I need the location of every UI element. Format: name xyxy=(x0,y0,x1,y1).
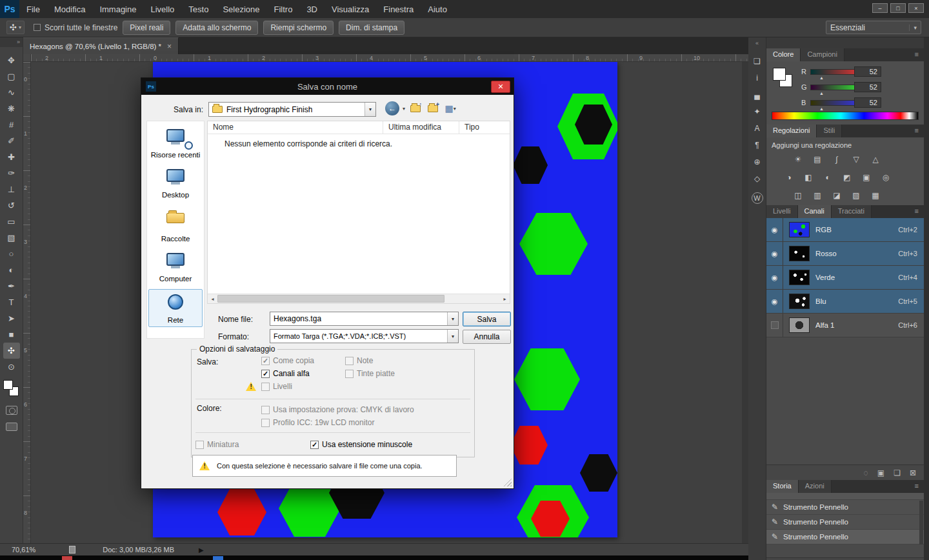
slider-handle-icon[interactable]: ▲ xyxy=(819,106,824,111)
tab-stili[interactable]: Stili xyxy=(817,125,842,137)
character-panel-icon[interactable]: A xyxy=(750,121,764,135)
clone-stamp-tool[interactable]: ⊥ xyxy=(3,181,20,197)
scroll-left-icon[interactable]: ◂ xyxy=(208,294,217,303)
slider-handle-icon[interactable]: ▲ xyxy=(819,91,824,95)
profilo-icc-checkbox[interactable]: Profilo ICC: 19w LCD monitor xyxy=(261,418,374,427)
hand-tool[interactable]: ✣ xyxy=(3,343,20,359)
navigator-panel-icon[interactable]: ❏ xyxy=(750,54,764,68)
new-channel-icon[interactable]: ❏ xyxy=(894,468,901,477)
save-selection-icon[interactable]: ▣ xyxy=(877,468,884,477)
panel-menu-icon[interactable]: ≡ xyxy=(910,480,924,493)
tab-canali[interactable]: Canali xyxy=(798,205,832,218)
back-button[interactable]: ← xyxy=(385,101,399,115)
curves-icon[interactable]: ∫ xyxy=(828,153,845,166)
menu-livello[interactable]: Livello xyxy=(143,0,181,18)
channel-row-alfa-1[interactable]: Alfa 1 Ctrl+6 xyxy=(766,314,924,337)
channel-mixer-icon[interactable]: ▣ xyxy=(858,171,875,184)
visibility-eye-icon[interactable]: ◉ xyxy=(766,290,783,313)
resize-grip[interactable] xyxy=(503,478,512,486)
photo-filter-icon[interactable]: ◩ xyxy=(839,171,855,184)
quick-selection-tool[interactable]: ❋ xyxy=(3,101,20,117)
menu-file[interactable]: File xyxy=(19,0,47,18)
column-nome[interactable]: Nome xyxy=(208,121,383,134)
minimize-button[interactable]: – xyxy=(872,3,888,13)
tab-colore[interactable]: Colore xyxy=(766,48,801,61)
miniatura-checkbox[interactable]: Miniatura xyxy=(195,440,239,449)
info-panel-icon[interactable]: i xyxy=(750,71,764,85)
save-in-dropdown[interactable]: First Hydrographic Finish ▾ xyxy=(208,102,376,117)
brush-tool[interactable]: ✑ xyxy=(3,165,20,181)
menu-aiuto[interactable]: Aiuto xyxy=(421,0,454,18)
tab-azioni[interactable]: Azioni xyxy=(799,480,832,493)
adatta-allo-schermo-button[interactable]: Adatta allo schermo xyxy=(175,21,258,35)
posterize-icon[interactable]: ▥ xyxy=(809,189,826,202)
blur-tool[interactable]: ○ xyxy=(3,246,20,262)
threshold-icon[interactable]: ◪ xyxy=(828,189,845,202)
tab-livelli[interactable]: Livelli xyxy=(766,205,798,218)
taskbar-icon[interactable] xyxy=(213,556,223,560)
color-spectrum-ramp[interactable] xyxy=(772,112,919,120)
load-selection-icon[interactable]: ◌ xyxy=(864,468,868,477)
canvas-vertical-scrollbar[interactable] xyxy=(742,62,748,543)
gradient-tool[interactable]: ▧ xyxy=(3,230,20,246)
menu-3d[interactable]: 3D xyxy=(299,0,325,18)
tab-campioni[interactable]: Campioni xyxy=(801,48,844,61)
history-item[interactable]: ✎ Strumento Pennello xyxy=(766,515,924,530)
w-panel-icon[interactable]: W xyxy=(752,192,763,204)
tab-tracciati[interactable]: Tracciati xyxy=(832,205,872,218)
3d-panel-icon[interactable]: ◇ xyxy=(750,172,764,186)
panels-collapse-handle[interactable]: « xyxy=(748,37,766,52)
channel-row-rosso[interactable]: ◉ Rosso Ctrl+3 xyxy=(766,242,924,266)
column-ultima-modifica[interactable]: Ultima modifica xyxy=(383,121,459,134)
taskbar-icon[interactable] xyxy=(62,556,72,560)
panel-menu-icon[interactable]: ≡ xyxy=(910,125,924,137)
menu-immagine[interactable]: Immagine xyxy=(92,0,143,18)
views-menu-button[interactable]: ▦ ▾ xyxy=(443,101,457,115)
dodge-tool[interactable]: ◐ xyxy=(3,262,20,278)
panel-menu-icon[interactable]: ≡ xyxy=(910,205,924,218)
foreground-background-swatches[interactable] xyxy=(3,380,20,399)
menu-filtro[interactable]: Filtro xyxy=(267,0,300,18)
chevron-down-icon[interactable]: ▾ xyxy=(447,330,458,343)
zoom-level[interactable]: 70,61% xyxy=(12,546,35,554)
file-list[interactable]: Nome Ultima modifica Tipo Nessun element… xyxy=(207,121,510,304)
back-history-chevron-icon[interactable]: ▾ xyxy=(403,106,405,112)
brightness-contrast-icon[interactable]: ☀ xyxy=(790,153,806,166)
healing-brush-tool[interactable]: ✚ xyxy=(3,149,20,165)
livelli-checkbox[interactable]: Livelli xyxy=(261,382,292,391)
up-one-level-button[interactable]: ↑ xyxy=(408,101,423,115)
file-list-scrollbar[interactable]: ◂ ▸ xyxy=(208,294,510,303)
history-brush-tool[interactable]: ↺ xyxy=(3,197,20,214)
history-item-partial[interactable] xyxy=(766,493,924,500)
place-desktop[interactable]: Desktop xyxy=(148,165,203,202)
black-white-icon[interactable]: ◐ xyxy=(819,171,836,184)
blue-value-field[interactable]: 52 xyxy=(854,97,881,108)
foreground-color-swatch[interactable] xyxy=(773,68,786,81)
note-checkbox[interactable]: Note xyxy=(345,356,373,365)
visibility-eye-icon[interactable]: ◉ xyxy=(766,242,783,265)
close-button[interactable]: × xyxy=(908,3,924,13)
vibrance-icon[interactable]: △ xyxy=(867,153,884,166)
channel-row-verde[interactable]: ◉ Verde Ctrl+4 xyxy=(766,266,924,290)
selective-color-icon[interactable]: ▦ xyxy=(867,189,884,202)
document-tab[interactable]: Hexagons @ 70,6% (Livello 1, RGB/8) * × xyxy=(23,37,179,54)
scroll-right-icon[interactable]: ▸ xyxy=(500,294,510,303)
green-value-field[interactable]: 52 xyxy=(854,82,881,92)
exposure-icon[interactable]: ▽ xyxy=(848,153,864,166)
visibility-eye-icon[interactable]: ◉ xyxy=(766,218,783,241)
format-dropdown[interactable]: Formato Targa (*.TGA;*.VDA;*.ICB;*.VST) … xyxy=(270,329,459,343)
chevron-down-icon[interactable]: ▾ xyxy=(447,312,458,325)
hue-saturation-icon[interactable]: ◑ xyxy=(781,171,797,184)
color-lookup-icon[interactable]: ◎ xyxy=(877,171,894,184)
dim-di-stampa-button[interactable]: Dim. di stampa xyxy=(339,21,405,35)
invert-icon[interactable]: ◫ xyxy=(790,189,806,202)
menu-finestra[interactable]: Finestra xyxy=(376,0,421,18)
histogram-panel-icon[interactable]: ▄ xyxy=(750,88,764,102)
delete-channel-icon[interactable]: ⊠ xyxy=(910,468,916,477)
history-scrollbar[interactable] xyxy=(919,501,923,545)
channel-row-rgb[interactable]: ◉ RGB Ctrl+2 xyxy=(766,218,924,242)
riempi-schermo-button[interactable]: Riempi schermo xyxy=(263,21,334,35)
dialog-close-button[interactable]: ✕ xyxy=(491,81,510,93)
menu-testo[interactable]: Testo xyxy=(181,0,215,18)
panel-menu-icon[interactable]: ≡ xyxy=(910,48,924,61)
